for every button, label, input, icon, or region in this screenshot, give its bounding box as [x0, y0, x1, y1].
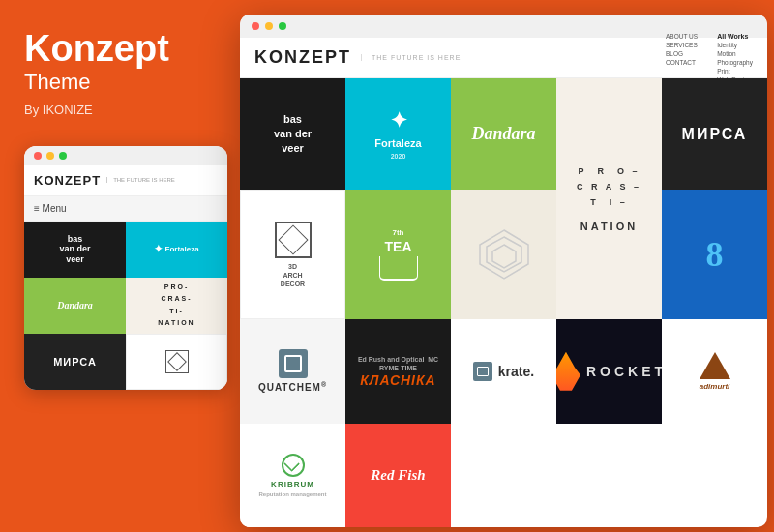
mobile-cell-fort: ✦ Fortaleza [126, 222, 227, 278]
nav-blog[interactable]: BLOG [666, 50, 698, 57]
krate-icon [473, 362, 492, 381]
grid-cell-mirsa: МИРСА [662, 78, 767, 190]
grid-cell-8: 8 [662, 190, 767, 319]
mobile-titlebar [24, 146, 227, 165]
desktop-nav-col-works: All Works Identity Motion Photography Pr… [717, 33, 753, 83]
desktop-dot-red [252, 22, 259, 30]
grid-cell-quatchem: QUATCHEM® [240, 319, 345, 424]
mobile-grid: basvan derveer ✦ Fortaleza Dandara PRO-C… [24, 222, 227, 390]
nav-photography[interactable]: Photography [717, 59, 753, 66]
grid-cell-geo [451, 190, 556, 319]
mobile-logo: KONZEPT [34, 173, 101, 188]
grid-cell-adim: adimurti [662, 319, 767, 424]
mobile-tagline: THE FUTURE IS HERE [106, 177, 175, 183]
grid-cell-klasnika: Ed Rush and Optical MC RYME-TIME КЛАСНІК… [345, 319, 451, 424]
theme-subtitle: Theme [24, 70, 218, 95]
nav-allworks[interactable]: All Works [717, 33, 753, 40]
grid-cell-krate: krate. [451, 319, 556, 424]
grid-cell-fort: ✦ Fortaleza 2020 [345, 78, 451, 190]
dot-red [34, 152, 42, 160]
desktop-header: KONZEPT THE FUTURE IS HERE ABOUT US SERV… [240, 38, 767, 78]
nav-identity[interactable]: Identity [717, 42, 753, 48]
grid-cell-pro: P R O – C R A S – T I – NATION [556, 78, 662, 319]
mobile-cell-pro: PRO-CRAS-TI-NATION [126, 278, 227, 334]
dot-yellow [46, 152, 54, 160]
grid-cell-rocket: ROCKET [556, 319, 662, 424]
nav-print[interactable]: Print [717, 68, 753, 74]
grid-cell-dan: Dandara [451, 78, 556, 190]
mobile-cell-arch [126, 334, 227, 390]
desktop-dot-green [279, 22, 286, 30]
nav-motion[interactable]: Motion [717, 50, 753, 57]
mobile-mockup: KONZEPT THE FUTURE IS HERE ≡ Menu basvan… [24, 146, 227, 390]
nav-contact[interactable]: CONTACT [666, 59, 698, 66]
desktop-logo: KONZEPT [254, 47, 351, 68]
mobile-cell-dan: Dandara [24, 278, 126, 334]
theme-name: Konzept [24, 29, 218, 70]
grid-cell-kribrum: KRIBRUM Reputation management [240, 424, 345, 527]
desktop-tagline: THE FUTURE IS HERE [361, 54, 461, 61]
mobile-cell-mirsa: МИРСА [24, 334, 126, 390]
krate-label: krate. [498, 364, 534, 379]
desktop-nav: ABOUT US SERVICES BLOG CONTACT All Works… [666, 33, 753, 83]
grid-cell-arch: 3DARCHDECOR [240, 190, 345, 319]
krate-content: krate. [473, 362, 534, 381]
svg-marker-2 [492, 245, 516, 268]
grid-cell-tea: 7th TEA [345, 190, 451, 319]
desktop-dot-yellow [265, 22, 273, 30]
mobile-menu-bar[interactable]: ≡ Menu [24, 196, 227, 222]
grid-cell-bas: basvan derveer [240, 78, 345, 190]
mobile-header: KONZEPT THE FUTURE IS HERE [24, 165, 227, 196]
left-panel: Konzept Theme By IKONIZE KONZEPT THE FUT… [0, 0, 242, 532]
dot-green [59, 152, 67, 160]
grid-cell-redfish: Red Fish [345, 424, 451, 527]
geo-svg [475, 225, 533, 283]
nav-about[interactable]: ABOUT US [666, 33, 698, 40]
nav-services[interactable]: SERVICES [666, 42, 698, 48]
mobile-cell-bas: basvan derveer [24, 222, 126, 278]
desktop-mockup: KONZEPT THE FUTURE IS HERE ABOUT US SERV… [240, 15, 767, 527]
desktop-grid: basvan derveer ✦ Fortaleza 2020 Dandara … [240, 78, 767, 527]
desktop-nav-col-main: ABOUT US SERVICES BLOG CONTACT [666, 33, 698, 83]
theme-by: By IKONIZE [24, 103, 218, 117]
